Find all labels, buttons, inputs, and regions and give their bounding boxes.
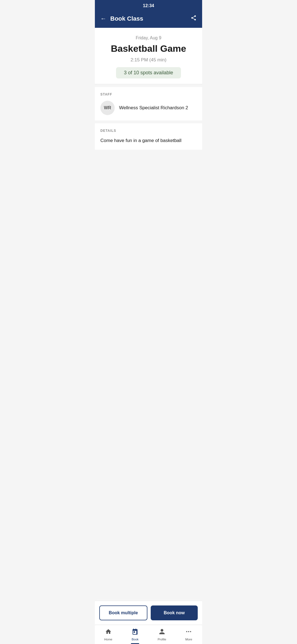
content-spacer: [95, 150, 202, 194]
class-time: 2:15 PM (45 min): [99, 57, 198, 63]
status-time: 12:34: [143, 3, 154, 8]
staff-avatar: WR: [100, 101, 115, 115]
back-arrow-icon: ←: [100, 16, 106, 22]
staff-name: Wellness Specialist Richardson 2: [119, 105, 188, 111]
details-section-label: DETAILS: [100, 129, 197, 133]
class-date: Friday, Aug 9: [99, 36, 198, 40]
header: ← Book Class: [95, 10, 202, 28]
details-section: DETAILS Come have fun in a game of baske…: [95, 123, 202, 150]
class-info-section: Friday, Aug 9 Basketball Game 2:15 PM (4…: [95, 28, 202, 84]
staff-section-label: STAFF: [100, 92, 197, 96]
share-button[interactable]: [189, 14, 198, 23]
staff-row: WR Wellness Specialist Richardson 2: [100, 101, 197, 115]
spots-available-badge: 3 of 10 spots available: [116, 67, 181, 78]
header-title: Book Class: [110, 15, 143, 22]
staff-section: STAFF WR Wellness Specialist Richardson …: [95, 87, 202, 121]
status-bar: 12:34: [95, 0, 202, 10]
header-left: ← Book Class: [99, 15, 143, 23]
back-button[interactable]: ←: [99, 15, 108, 23]
details-description: Come have fun in a game of basketball: [100, 137, 197, 144]
class-title: Basketball Game: [99, 43, 198, 54]
share-icon: [191, 15, 197, 21]
